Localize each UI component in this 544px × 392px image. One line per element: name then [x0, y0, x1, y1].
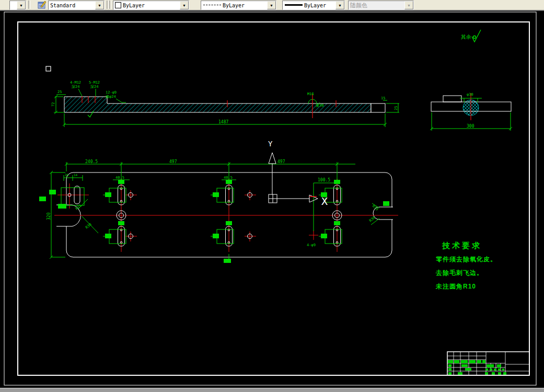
dim-label: 300 [467, 124, 474, 129]
plan-view [39, 162, 398, 263]
notch-mask [389, 207, 395, 220]
dim-label: X [321, 195, 328, 207]
dim-label: Y [268, 140, 273, 148]
dim-label: 15 [381, 96, 385, 100]
dim-label: R15 [372, 204, 379, 211]
dim-label: 497 [169, 159, 177, 164]
application-window: ▼ Standard ▼ ByLayer ▼ ByLayer ▼ [0, 0, 544, 392]
slot-feature [211, 180, 234, 205]
plan-centerlines [54, 179, 398, 252]
tech-requirements-title: 技术要求 [442, 241, 530, 251]
dim-label: 72 [51, 102, 55, 107]
dim-label: φ30 [467, 93, 473, 97]
dim-label: 其余 [461, 34, 471, 40]
plan-dimensions [50, 162, 379, 261]
dim-label: 14 [74, 173, 78, 177]
tech-requirements-line: 未注圆角R10 [436, 282, 530, 291]
dim-label: 320 [47, 212, 51, 220]
drawing-canvas[interactable]: 4-M12深245-M12深2412-φ9锪φ242572M16深3015251… [0, 0, 544, 392]
window-bottom-edge [0, 388, 544, 392]
tech-requirements-line: 去除毛刺飞边。 [436, 269, 530, 278]
dim-label: R30 [85, 222, 92, 229]
dim-label: 25 [394, 106, 398, 110]
slot-feature [103, 180, 126, 205]
dim-label: 100.5 [318, 178, 330, 182]
dim-label: 40.5 [115, 176, 124, 180]
right-notch-label-block [383, 201, 389, 206]
dim-label: 240.5 [85, 159, 98, 164]
end-view-step [443, 96, 461, 102]
dim-label: 锪φ24 [105, 95, 116, 99]
tech-requirements-line: 零件须去除氧化皮。 [436, 255, 530, 264]
dim-label: 深24 [90, 85, 98, 89]
slot-feature [211, 221, 234, 246]
dim-label: 25 [57, 90, 62, 94]
dim-label: 4-M12 [70, 80, 81, 85]
technical-requirements: 技术要求 零件须去除氧化皮。 去除毛刺飞边。 未注圆角R10 [436, 241, 530, 296]
ucs-icon [269, 153, 318, 203]
slot-features [103, 180, 342, 246]
dim-label: 深30 [316, 103, 323, 108]
section-end-block [371, 103, 385, 112]
marker-square [46, 66, 51, 71]
dim-label: 30 [65, 173, 69, 177]
dim-label: 497 [277, 159, 285, 164]
title-block [447, 352, 529, 375]
dim-label: R15 [75, 203, 83, 211]
bottom-label-block [224, 259, 231, 263]
dim-label: 40.5 [224, 176, 233, 180]
slot-feature [319, 221, 342, 246]
dim-label: M16 [307, 92, 314, 96]
dim-label: 5-M12 [89, 80, 100, 85]
dim-label: 深24 [72, 85, 79, 89]
dim-label: 4-φ9 [307, 243, 316, 247]
left-feature-dims [39, 175, 84, 209]
surface-roughness-icon [472, 30, 481, 42]
dim-label: 12-φ9 [106, 90, 117, 95]
dim-label: 1487 [218, 120, 228, 124]
section-body [64, 97, 371, 112]
slot-feature [103, 221, 126, 246]
